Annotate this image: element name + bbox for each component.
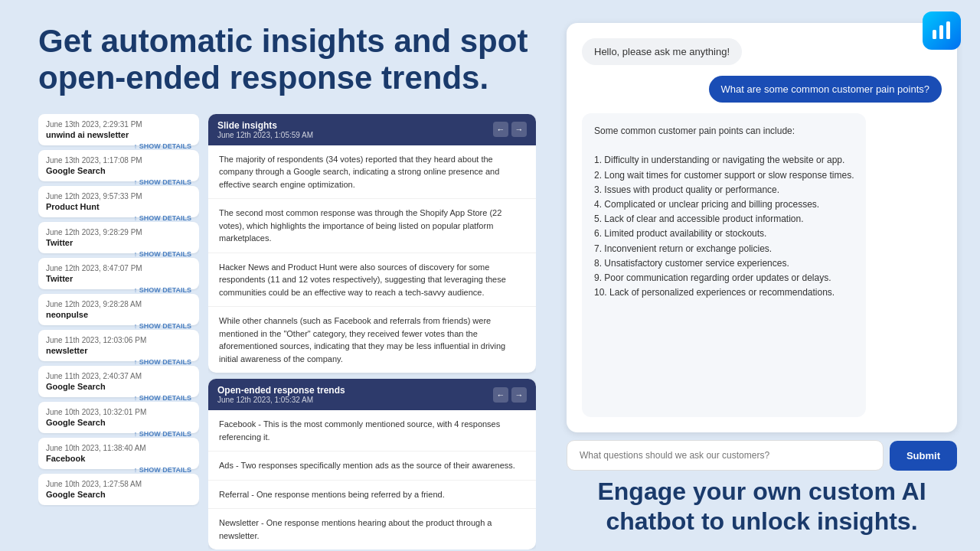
response-date: June 12th 2023, 9:28:28 AM [46,300,191,308]
trend-card: Facebook - This is the most commonly men… [208,410,536,452]
trends-nav: ← → [493,387,527,403]
response-list: ↑ SHOW DETAILS June 13th 2023, 2:29:31 P… [38,114,199,550]
show-details-link[interactable]: ↑ SHOW DETAILS [134,466,191,474]
list-item: ↑ SHOW DETAILS June 10th 2023, 10:32:01 … [38,402,199,433]
response-source: Product Hunt [46,202,191,211]
response-source: Twitter [46,274,191,283]
response-source: Google Search [46,418,191,427]
response-date: June 10th 2023, 11:38:40 AM [46,444,191,452]
insight-card: While other channels (such as Facebook a… [208,307,536,373]
chat-greeting: Hello, please ask me anything! [582,38,742,65]
slide-insights-body: The majority of respondents (34 votes) r… [208,145,536,373]
response-source: Google Search [46,166,191,175]
show-details-link[interactable]: ↑ SHOW DETAILS [134,394,191,402]
next-arrow[interactable]: → [511,122,527,137]
list-item: ↑ SHOW DETAILS June 10th 2023, 11:38:40 … [38,438,199,469]
trends-date: June 12th 2023, 1:05:32 AM [217,396,345,404]
slide-insights-date: June 12th 2023, 1:05:59 AM [217,131,313,139]
trends-title: Open-ended response trends [217,385,345,396]
response-source: unwind ai newsletter [46,130,191,139]
logo [923,11,961,50]
slide-insights-header: Slide insights June 12th 2023, 1:05:59 A… [208,114,536,145]
list-item: ↑ SHOW DETAILS June 11th 2023, 12:03:06 … [38,330,199,361]
trends-header: Open-ended response trends June 12th 202… [208,379,536,410]
trend-next-arrow[interactable]: → [511,387,527,403]
response-date: June 12th 2023, 9:28:29 PM [46,228,191,236]
response-date: June 12th 2023, 9:57:33 PM [46,192,191,201]
trend-card: Newsletter - One response mentions heari… [208,509,536,549]
trend-prev-arrow[interactable]: ← [493,387,508,403]
list-item: ↑ SHOW DETAILS June 12th 2023, 9:28:28 A… [38,294,199,325]
insights-panel: Slide insights June 12th 2023, 1:05:59 A… [208,114,536,550]
insight-card: Hacker News and Product Hunt were also s… [208,253,536,308]
left-panel: Get automatic insights and spot open-end… [0,0,551,551]
bottom-title: Engage your own custom AI chatbot to unl… [567,477,957,536]
submit-button[interactable]: Submit [890,441,957,471]
content-area: ↑ SHOW DETAILS June 13th 2023, 2:29:31 P… [38,114,536,550]
show-details-link[interactable]: ↑ SHOW DETAILS [134,430,191,438]
list-item: ↑ SHOW DETAILS June 12th 2023, 9:28:29 P… [38,222,199,253]
chat-area: Hello, please ask me anything! What are … [567,23,957,432]
response-date: June 11th 2023, 12:03:06 PM [46,336,191,344]
response-date: June 11th 2023, 2:40:37 AM [46,372,191,380]
response-source: neonpulse [46,310,191,319]
chat-ai-response: Some common customer pain points can inc… [582,113,866,417]
slide-insights-section: Slide insights June 12th 2023, 1:05:59 A… [208,114,536,373]
trend-card: Referral - One response mentions being r… [208,481,536,510]
list-item: ↑ SHOW DETAILS June 13th 2023, 2:29:31 P… [38,114,199,145]
list-item: ↑ SHOW DETAILS June 10th 2023, 1:27:58 A… [38,474,199,505]
chat-input-area: Submit [567,440,957,471]
list-item: ↑ SHOW DETAILS June 12th 2023, 9:57:33 P… [38,186,199,217]
response-date: June 10th 2023, 10:32:01 PM [46,408,191,416]
trends-body: Facebook - This is the most commonly men… [208,410,536,549]
svg-rect-2 [946,21,950,39]
prev-arrow[interactable]: ← [493,122,508,137]
show-details-link[interactable]: ↑ SHOW DETAILS [134,250,191,258]
response-date: June 10th 2023, 1:27:58 AM [46,480,191,488]
response-date: June 12th 2023, 8:47:07 PM [46,264,191,272]
show-details-link[interactable]: ↑ SHOW DETAILS [134,286,191,294]
trend-card: Ads - Two responses specifically mention… [208,452,536,481]
trends-section: Open-ended response trends June 12th 202… [208,379,536,549]
chat-input[interactable] [567,440,884,471]
response-source: Facebook [46,454,191,463]
list-item: ↑ SHOW DETAILS June 12th 2023, 8:47:07 P… [38,258,199,289]
show-details-link[interactable]: ↑ SHOW DETAILS [134,358,191,366]
insight-card: The majority of respondents (34 votes) r… [208,145,536,200]
show-details-link[interactable]: ↑ SHOW DETAILS [134,178,191,186]
insight-card: The second most common response was thro… [208,199,536,253]
svg-rect-0 [933,30,936,39]
response-source: Google Search [46,490,191,499]
list-item: ↑ SHOW DETAILS June 13th 2023, 1:17:08 P… [38,150,199,181]
slide-insights-nav: ← → [493,122,527,137]
response-source: Twitter [46,238,191,247]
list-item: ↑ SHOW DETAILS June 11th 2023, 2:40:37 A… [38,366,199,397]
show-details-link[interactable]: ↑ SHOW DETAILS [134,214,191,222]
show-details-link[interactable]: ↑ SHOW DETAILS [134,322,191,330]
svg-rect-1 [939,25,943,39]
show-details-link[interactable]: ↑ SHOW DETAILS [134,142,191,150]
right-panel: Hello, please ask me anything! What are … [551,0,980,551]
slide-insights-title: Slide insights [217,120,313,131]
response-date: June 13th 2023, 1:17:08 PM [46,156,191,165]
response-source: Google Search [46,382,191,391]
chat-user-message: What are some common customer pain point… [709,76,942,103]
response-source: newsletter [46,346,191,355]
main-title: Get automatic insights and spot open-end… [38,23,536,97]
response-date: June 13th 2023, 2:29:31 PM [46,120,191,129]
